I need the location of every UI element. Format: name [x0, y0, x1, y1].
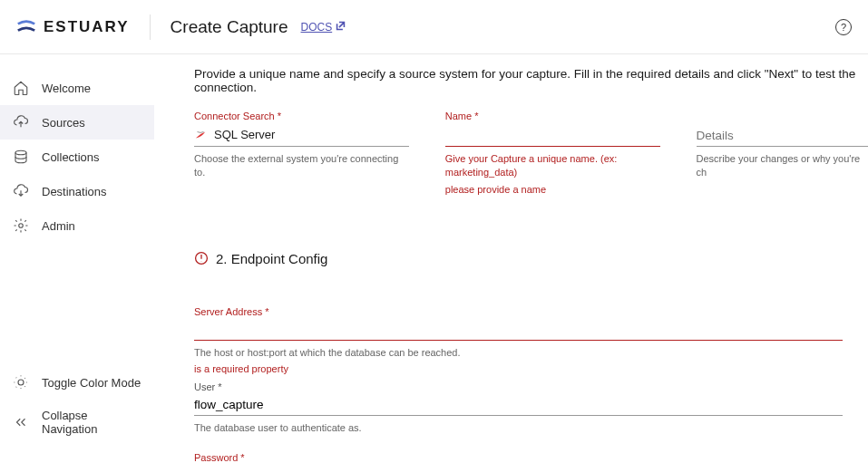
name-label: Name * [445, 111, 660, 121]
connector-label: Connector Search * [194, 111, 409, 121]
home-icon [13, 80, 29, 96]
docs-link[interactable]: DOCS [301, 21, 346, 34]
connector-hint: Choose the external system you're connec… [194, 152, 409, 180]
section-endpoint-config: 2. Endpoint Config [194, 251, 868, 266]
details-label [697, 111, 868, 121]
sidebar: Welcome Sources Collections Destinations… [0, 54, 154, 463]
user-hint: The database user to authenticate as. [194, 421, 843, 435]
cloud-download-icon [13, 183, 29, 199]
external-link-icon [336, 21, 346, 34]
sidebar-item-destinations[interactable]: Destinations [0, 174, 154, 208]
user-input[interactable] [194, 394, 843, 416]
brand-name: ESTUARY [44, 18, 130, 36]
warning-icon [194, 251, 209, 265]
database-icon [13, 149, 29, 165]
name-error: please provide a name [445, 184, 660, 195]
server-address-error: is a required property [194, 363, 843, 374]
sidebar-item-label: Welcome [42, 82, 91, 95]
connector-search-input[interactable]: SQL Server [194, 125, 409, 147]
details-input[interactable] [697, 125, 868, 147]
password-label: Password * [194, 452, 843, 463]
section-title: 2. Endpoint Config [216, 251, 327, 266]
brand-mark-icon [16, 17, 36, 37]
help-icon[interactable]: ? [835, 19, 852, 35]
chevron-double-left-icon [13, 414, 29, 430]
details-hint: Describe your changes or why you're ch [697, 152, 868, 180]
sidebar-item-label: Admin [42, 219, 75, 233]
gear-icon [13, 217, 29, 234]
brand-logo[interactable]: ESTUARY [16, 17, 130, 37]
page-title: Create Capture [171, 17, 288, 37]
server-address-hint: The host or host:port at which the datab… [194, 346, 843, 360]
svg-point-0 [15, 150, 26, 155]
sidebar-item-sources[interactable]: Sources [0, 105, 154, 140]
connector-field: Connector Search * SQL Server Choose the… [194, 111, 409, 195]
server-address-input[interactable] [194, 319, 843, 341]
main-content: Provide a unique name and specify a sour… [154, 54, 868, 463]
sidebar-item-admin[interactable]: Admin [0, 208, 154, 243]
svg-point-1 [19, 224, 24, 228]
svg-point-2 [18, 380, 24, 385]
connector-value: SQL Server [214, 128, 275, 141]
sidebar-item-label: Destinations [42, 185, 107, 198]
server-address-field: Server Address * The host or host:port a… [194, 306, 843, 374]
user-label: User * [194, 381, 843, 392]
cloud-upload-icon [13, 114, 29, 130]
collapse-navigation[interactable]: Collapse Navigation [0, 400, 154, 445]
password-field: Password * Password for the specified da… [194, 452, 843, 463]
server-address-label: Server Address * [194, 306, 843, 317]
docs-label: DOCS [301, 21, 333, 34]
sun-icon [13, 374, 29, 391]
name-input[interactable] [445, 125, 660, 147]
name-hint: Give your Capture a unique name. (ex: ma… [445, 152, 660, 180]
sidebar-item-label: Sources [42, 116, 85, 130]
collapse-nav-label: Collapse Navigation [42, 409, 141, 436]
sidebar-item-label: Collections [42, 150, 100, 164]
topbar: ESTUARY Create Capture DOCS ? [0, 0, 868, 54]
sidebar-item-welcome[interactable]: Welcome [0, 71, 154, 105]
name-field: Name * Give your Capture a unique name. … [445, 111, 660, 195]
toggle-color-label: Toggle Color Mode [42, 376, 141, 390]
instruction-text: Provide a unique name and specify a sour… [194, 67, 868, 94]
toggle-color-mode[interactable]: Toggle Color Mode [0, 365, 154, 400]
sql-server-icon [194, 129, 207, 141]
details-field: Describe your changes or why you're ch [697, 111, 868, 195]
user-field: User * The database user to authenticate… [194, 381, 843, 435]
divider [150, 14, 151, 40]
sidebar-item-collections[interactable]: Collections [0, 140, 154, 174]
